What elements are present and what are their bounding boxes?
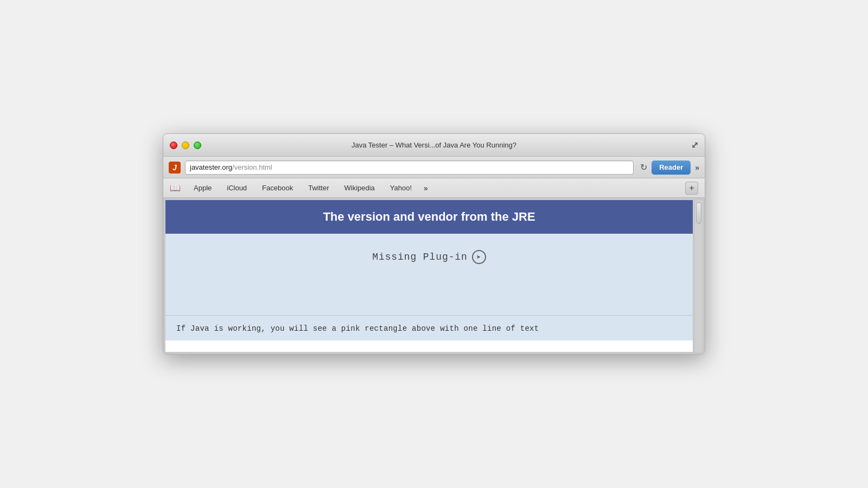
window-title: Java Tester – What Versi...of Java Are Y… xyxy=(352,141,516,149)
scrollbar-thumb[interactable] xyxy=(696,202,701,224)
minimize-button[interactable] xyxy=(182,142,189,149)
page-content: The version and vendor from the JRE Miss… xyxy=(165,200,693,352)
maximize-button[interactable] xyxy=(194,142,201,149)
toolbar-overflow-button[interactable]: » xyxy=(695,163,699,172)
page-body: Missing Plug-in ➤ xyxy=(165,234,693,315)
bookmark-yahoo[interactable]: Yahoo! xyxy=(382,182,419,194)
page-header: The version and vendor from the JRE xyxy=(165,200,693,234)
bookmarks-icon[interactable]: 📖 xyxy=(170,183,181,193)
address-bar: J javatester.org /version.html ↻ Reader … xyxy=(163,157,705,178)
bookmark-wikipedia[interactable]: Wikipedia xyxy=(337,182,382,194)
bookmarks-overflow-button[interactable]: » xyxy=(419,182,432,195)
close-button[interactable] xyxy=(170,142,177,149)
title-bar: Java Tester – What Versi...of Java Are Y… xyxy=(163,134,705,157)
bookmark-facebook[interactable]: Facebook xyxy=(254,182,301,194)
url-path: /version.html xyxy=(232,163,272,171)
new-tab-button[interactable]: + xyxy=(685,182,698,195)
favicon: J xyxy=(169,162,181,174)
expand-button[interactable]: ⤢ xyxy=(691,140,698,150)
url-domain: javatester.org xyxy=(190,163,232,171)
scrollbar[interactable] xyxy=(695,200,703,352)
content-area: The version and vendor from the JRE Miss… xyxy=(163,198,705,354)
plugin-arrow-icon[interactable]: ➤ xyxy=(472,250,486,264)
bookmark-icloud[interactable]: iCloud xyxy=(219,182,254,194)
page-header-title: The version and vendor from the JRE xyxy=(323,210,535,223)
traffic-lights xyxy=(170,142,201,149)
reload-button[interactable]: ↻ xyxy=(640,162,647,172)
url-field[interactable]: javatester.org /version.html xyxy=(185,160,634,175)
bookmarks-bar: 📖 Apple iCloud Facebook Twitter Wikipedi… xyxy=(163,178,705,198)
page-footer: If Java is working, you will see a pink … xyxy=(165,315,693,341)
footer-text: If Java is working, you will see a pink … xyxy=(176,324,539,333)
browser-window: Java Tester – What Versi...of Java Are Y… xyxy=(163,133,705,355)
bookmark-apple[interactable]: Apple xyxy=(186,182,219,194)
reader-button[interactable]: Reader xyxy=(652,160,691,175)
missing-plugin-area[interactable]: Missing Plug-in ➤ xyxy=(372,250,486,264)
bookmark-twitter[interactable]: Twitter xyxy=(301,182,336,194)
missing-plugin-text: Missing Plug-in xyxy=(372,252,468,262)
